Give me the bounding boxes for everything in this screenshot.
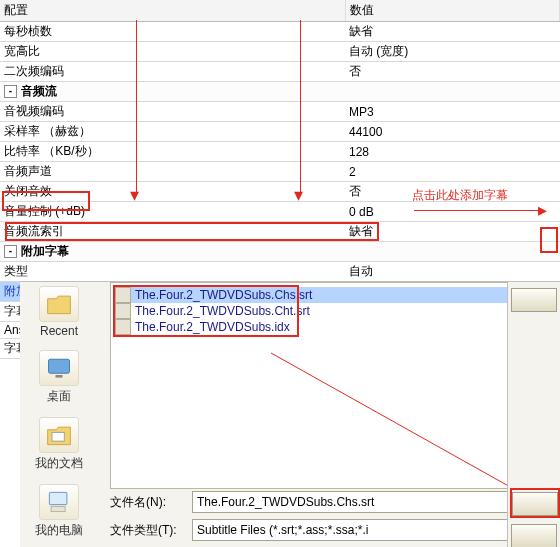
sidebar-item-recent[interactable]: Recent bbox=[28, 286, 90, 338]
arrow-diagonal bbox=[261, 343, 541, 489]
row-name: 类型 bbox=[4, 264, 28, 278]
places-sidebar: Recent桌面我的文档我的电脑网上邻居 bbox=[28, 286, 90, 547]
filename-label: 文件名(N): bbox=[110, 494, 186, 511]
row-name: 音频声道 bbox=[4, 164, 52, 178]
arrow-right-1 bbox=[414, 210, 544, 211]
settings-row[interactable]: 音频声道2 bbox=[0, 162, 560, 182]
col-config[interactable]: 配置 bbox=[0, 0, 345, 22]
mypc-icon bbox=[39, 484, 79, 520]
highlight-section bbox=[2, 191, 90, 211]
row-value[interactable]: 128 bbox=[345, 142, 560, 162]
col-value[interactable]: 数值 bbox=[345, 0, 560, 22]
annotation-text: 点击此处添加字幕 bbox=[412, 187, 508, 204]
sidebar-item-label: 我的文档 bbox=[28, 455, 90, 472]
sidebar-item-mydocs[interactable]: 我的文档 bbox=[28, 417, 90, 472]
row-value[interactable]: 自动 (宽度) bbox=[345, 42, 560, 62]
right-panel bbox=[507, 282, 560, 547]
settings-row[interactable]: 比特率 （KB/秒）128 bbox=[0, 142, 560, 162]
row-value[interactable]: 缺省 bbox=[345, 22, 560, 42]
row-name: 采样率 （赫兹） bbox=[4, 124, 91, 138]
row-value[interactable]: 44100 bbox=[345, 122, 560, 142]
settings-row[interactable]: 音视频编码MP3 bbox=[0, 102, 560, 122]
cancel-button[interactable] bbox=[511, 524, 557, 547]
highlight-selected-row bbox=[5, 222, 379, 241]
tree-expander[interactable]: - bbox=[4, 85, 17, 98]
row-value[interactable]: 否 bbox=[345, 62, 560, 82]
filetype-value: Subtitle Files (*.srt;*.ass;*.ssa;*.i bbox=[197, 523, 368, 537]
desktop-icon bbox=[39, 350, 79, 386]
row-name: 宽高比 bbox=[4, 44, 40, 58]
row-value[interactable]: 自动 bbox=[345, 262, 560, 282]
open-button[interactable] bbox=[512, 492, 558, 516]
row-value[interactable] bbox=[345, 242, 560, 262]
row-name: 附加字幕 bbox=[21, 244, 69, 258]
sidebar-item-mypc[interactable]: 我的电脑 bbox=[28, 484, 90, 539]
filename-combo[interactable]: The.Four.2_TWDVDSubs.Chs.srt ▾ bbox=[192, 491, 556, 513]
row-name: 每秒桢数 bbox=[4, 24, 52, 38]
recent-icon bbox=[39, 286, 79, 322]
settings-row[interactable]: 宽高比自动 (宽度) bbox=[0, 42, 560, 62]
row-value[interactable]: MP3 bbox=[345, 102, 560, 122]
panel-button-1[interactable] bbox=[511, 288, 557, 312]
highlight-browse-icon bbox=[540, 227, 558, 253]
settings-row[interactable]: 类型自动 bbox=[0, 262, 560, 282]
svg-rect-3 bbox=[49, 492, 67, 504]
arrow-down-1-head: ▾ bbox=[130, 186, 139, 204]
row-name: 比特率 （KB/秒） bbox=[4, 144, 99, 158]
highlight-files bbox=[113, 285, 299, 337]
filetype-combo[interactable]: Subtitle Files (*.srt;*.ass;*.ssa;*.i ▾ bbox=[192, 519, 556, 541]
sidebar-item-label: 桌面 bbox=[28, 388, 90, 405]
row-name: 音视频编码 bbox=[4, 104, 64, 118]
sidebar-item-label: 我的电脑 bbox=[28, 522, 90, 539]
row-value[interactable]: 0 dB bbox=[345, 202, 560, 222]
arrow-down-2-head: ▾ bbox=[294, 186, 303, 204]
settings-row[interactable]: 每秒桢数缺省 bbox=[0, 22, 560, 42]
svg-rect-4 bbox=[51, 506, 65, 511]
row-name: 音频流 bbox=[21, 84, 57, 98]
svg-line-6 bbox=[271, 353, 521, 489]
svg-rect-2 bbox=[52, 432, 64, 441]
svg-rect-0 bbox=[49, 359, 70, 373]
arrow-right-1-head: ▸ bbox=[538, 201, 547, 219]
filetype-label: 文件类型(T): bbox=[110, 522, 186, 539]
arrow-down-2 bbox=[300, 20, 301, 195]
highlight-open-button bbox=[510, 488, 560, 518]
row-value[interactable]: 2 bbox=[345, 162, 560, 182]
svg-rect-1 bbox=[56, 375, 63, 378]
settings-row[interactable]: 二次频编码否 bbox=[0, 62, 560, 82]
file-dialog: Recent桌面我的文档我的电脑网上邻居 The.Four.2_TWDVDSub… bbox=[20, 281, 560, 547]
file-list-pane[interactable]: The.Four.2_TWDVDSubs.Chs.srtThe.Four.2_T… bbox=[110, 282, 556, 489]
settings-row[interactable]: -附加字幕 bbox=[0, 242, 560, 262]
sidebar-item-desktop[interactable]: 桌面 bbox=[28, 350, 90, 405]
dialog-bottom: 文件名(N): The.Four.2_TWDVDSubs.Chs.srt ▾ 文… bbox=[110, 491, 556, 541]
arrow-down-1 bbox=[136, 20, 137, 195]
sidebar-item-label: Recent bbox=[28, 324, 90, 338]
tree-expander[interactable]: - bbox=[4, 245, 17, 258]
row-value[interactable] bbox=[345, 82, 560, 102]
row-name: 二次频编码 bbox=[4, 64, 64, 78]
settings-row[interactable]: -音频流 bbox=[0, 82, 560, 102]
filename-value: The.Four.2_TWDVDSubs.Chs.srt bbox=[197, 495, 374, 509]
settings-row[interactable]: 采样率 （赫兹）44100 bbox=[0, 122, 560, 142]
mydocs-icon bbox=[39, 417, 79, 453]
